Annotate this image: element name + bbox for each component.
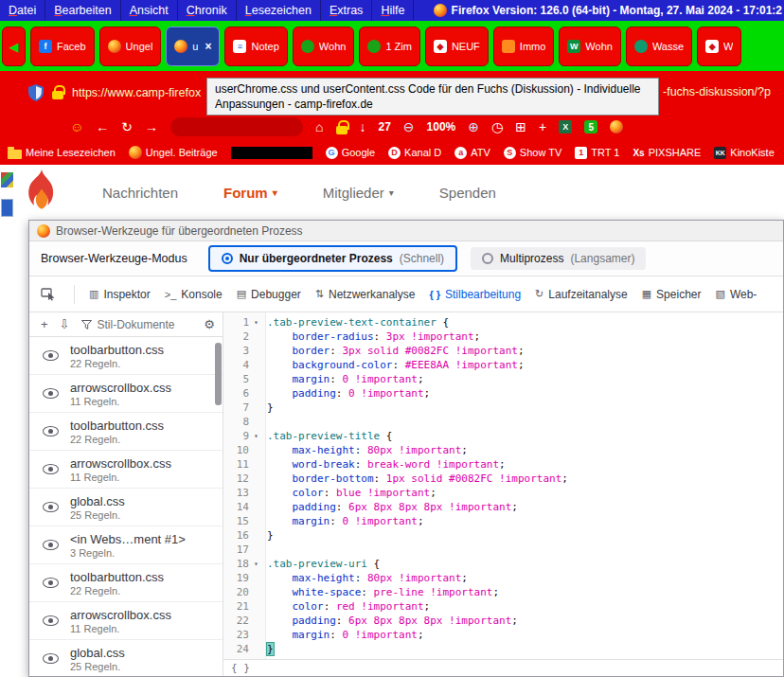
zoom-level[interactable]: 100% [427,120,456,134]
zoom-out-icon[interactable]: ⊖ [403,120,415,134]
import-stylesheet-button[interactable]: ⇩ [60,317,70,331]
visibility-eye-icon[interactable] [43,426,59,436]
bookmark-trt1[interactable]: 1 TRT 1 [575,147,619,159]
code-line[interactable]: 6 padding: 0 !important; [223,386,783,401]
forward-icon[interactable]: → [145,120,158,134]
filter-stylesheets-input[interactable]: Stil-Dokumente [81,318,193,331]
code-line[interactable]: 13 color: blue !important; [223,486,783,500]
stylesheet-item[interactable]: toolbarbutton.css 22 Regeln. [29,413,223,451]
tab-partial[interactable]: ◆ W [697,27,741,66]
code-line[interactable]: 5 margin: 0 !important; [223,372,783,386]
bookmark-meine-lesezeichen[interactable]: Meine Lesezeichen [8,147,116,159]
code-line[interactable]: 22 padding: 6px 8px 8px 8px !important; [223,614,783,628]
code-line[interactable]: 12 border-bottom: 1px solid #0082FC !imp… [223,472,783,486]
bookmark-google[interactable]: G Google [326,147,375,159]
add-icon[interactable]: + [539,120,546,134]
clock-icon[interactable]: ◷ [491,120,503,134]
stylesheet-item-selected[interactable]: <in Webs…ment #1> 3 Regeln. [29,526,223,564]
visibility-eye-icon[interactable] [43,350,59,361]
download-icon[interactable]: ↓ [360,120,366,134]
fold-arrow-icon[interactable]: ▾ [249,432,263,440]
visibility-eye-icon[interactable] [43,615,59,626]
tab-notepad[interactable]: ≡ Notep [224,27,287,66]
code-line[interactable]: 11 word-break: break-word !important; [223,457,783,472]
tab-wohnung-2[interactable]: W Wohn [559,27,621,66]
nav-forum[interactable]: Forum ▾ [223,185,277,201]
tab-wasser[interactable]: Wasse [626,27,692,66]
lock-icon[interactable] [336,126,347,134]
code-line[interactable]: 19 max-height: 80px !important; [223,571,783,585]
home-icon[interactable]: ⌂ [315,120,323,134]
tab-zimmer[interactable]: 1 Zim [359,27,420,66]
desktop-icon[interactable] [1,172,13,187]
code-line[interactable]: 24} [223,642,783,656]
tab-debugger[interactable]: ▤ Debugger [237,288,301,301]
tab-neuf[interactable]: ◆ NEUF [425,27,489,66]
sidebar-scrollbar[interactable] [215,343,222,405]
tab-active-camp-firefox[interactable]: u × [166,27,220,66]
menu-hilfe[interactable]: Hilfe [372,0,414,21]
tab-web[interactable]: ▧ Web- [715,288,757,301]
code-line[interactable]: 1▾.tab-preview-text-container { [223,315,783,330]
code-line[interactable]: 3 border: 3px solid #0082FC !important; [223,344,783,358]
tab-ungelesene[interactable]: Ungel [99,27,162,66]
reload-icon[interactable]: ↻ [121,120,133,134]
visibility-eye-icon[interactable] [43,578,59,588]
code-line[interactable]: 16} [223,528,783,543]
scroll-tabs-left-button[interactable]: ◀ [2,27,26,66]
stylesheet-item[interactable]: global.css 25 Regeln. [29,640,223,676]
code-line[interactable]: 14 padding: 6px 8px 8px 8px !important; [223,500,783,514]
bookmark-show-tv[interactable]: S Show TV [504,147,561,159]
nav-nachrichten[interactable]: Nachrichten [102,185,178,201]
stylesheet-item[interactable]: toolbarbutton.css 22 Regeln. [29,337,223,375]
code-line[interactable]: 15 margin: 0 !important; [223,514,783,528]
menu-lesezeichen[interactable]: Lesezeichen [237,0,321,21]
code-line[interactable]: 20 white-space: pre-line !important; [223,585,783,599]
code-lines[interactable]: 1▾.tab-preview-text-container {2 border-… [223,315,783,656]
tab-facebook[interactable]: f Faceb [30,27,95,66]
bookmark-pixshare[interactable]: Xs PIXSHARE [633,147,701,159]
mode-option-multiprocess[interactable]: Multiprozess (Langsamer) [471,247,646,270]
smiley-icon[interactable]: ☺ [70,120,83,134]
tab-laufzeitanalyse[interactable]: ↻ Laufzeitanalyse [535,288,628,301]
code-line[interactable]: 9▾.tab-preview-title { [223,429,783,443]
stylesheet-item[interactable]: toolbarbutton.css 22 Regeln. [29,564,223,602]
code-line[interactable]: 10 max-height: 80px !important; [223,443,783,457]
url-text[interactable]: https://www.camp-firefox [72,86,201,99]
code-line[interactable]: 4 background-color: #EEE8AA !important; [223,358,783,372]
visibility-eye-icon[interactable] [43,464,59,474]
desktop-icon[interactable] [1,199,13,217]
badge-count[interactable]: 5 [584,120,597,134]
bookmark-ungelesene-beitraege[interactable]: Ungel. Beiträge [129,146,218,159]
tab-konsole[interactable]: >_ Konsole [165,288,223,301]
bookmark-kinokiste[interactable]: KK KinoKiste [714,147,774,159]
excel-icon[interactable]: X [559,120,572,134]
menu-ansicht[interactable]: Ansicht [121,0,178,21]
new-stylesheet-button[interactable]: + [41,317,48,331]
stylesheet-item[interactable]: arrowscrollbox.css 11 Regeln. [29,602,223,640]
code-line[interactable]: 2 border-radius: 3px !important; [223,330,783,344]
code-line[interactable]: 17 [223,543,783,557]
tab-wohnung-1[interactable]: Wohn [293,27,355,66]
tab-immowelt[interactable]: Immo [493,27,555,66]
fold-arrow-icon[interactable]: ▾ [249,318,263,327]
stylesheet-item[interactable]: arrowscrollbox.css 11 Regeln. [29,375,223,413]
tab-inspektor[interactable]: ▥ Inspektor [89,288,151,301]
grid-icon[interactable]: ⊞ [515,120,526,134]
visibility-eye-icon[interactable] [43,388,59,399]
bookmark-redacted[interactable] [231,147,312,159]
camp-firefox-logo[interactable] [25,169,59,215]
bookmark-kanal-d[interactable]: D Kanal D [388,147,441,159]
visibility-eye-icon[interactable] [43,502,59,512]
fold-arrow-icon[interactable]: ▾ [249,560,263,568]
code-line[interactable]: 23 margin: 0 !important; [223,628,783,642]
pick-element-button[interactable] [37,288,60,301]
nav-spenden[interactable]: Spenden [439,185,496,201]
tab-stilbearbeitung[interactable]: { } Stilbearbeitung [429,288,521,301]
visibility-eye-icon[interactable] [43,540,59,550]
gear-icon[interactable]: ⚙ [204,317,215,331]
zoom-in-icon[interactable]: ⊕ [468,120,479,134]
mode-option-parent-process[interactable]: Nur übergeordneter Prozess (Schnell) [208,245,457,272]
tab-netzwerkanalyse[interactable]: ⇅ Netzwerkanalyse [315,288,416,301]
menu-bearbeiten[interactable]: Bearbeiten [45,0,120,21]
